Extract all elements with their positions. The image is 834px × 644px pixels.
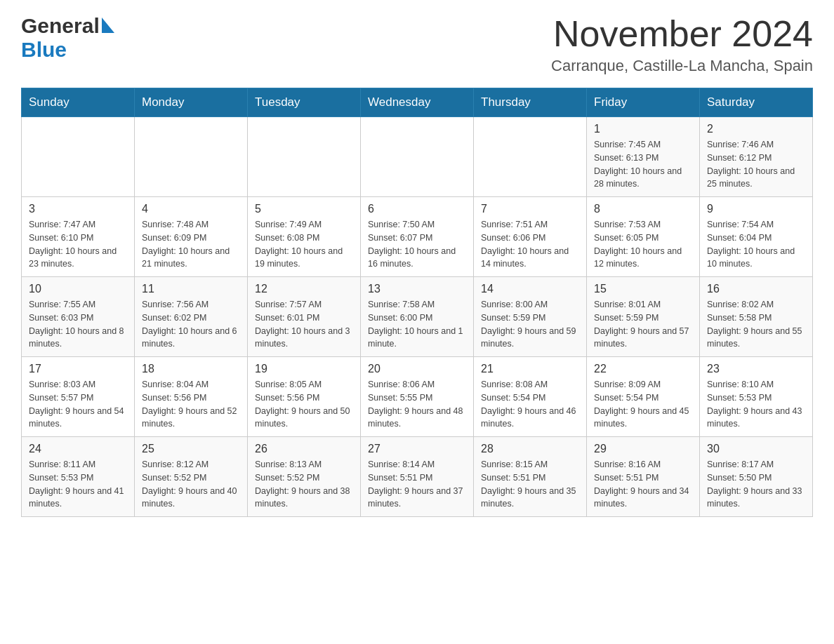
calendar-cell: 26Sunrise: 8:13 AMSunset: 5:52 PMDayligh… — [248, 437, 361, 517]
col-sunday: Sunday — [22, 88, 135, 117]
calendar-cell: 20Sunrise: 8:06 AMSunset: 5:55 PMDayligh… — [361, 357, 474, 437]
calendar-cell: 1Sunrise: 7:45 AMSunset: 6:13 PMDaylight… — [587, 117, 700, 197]
day-number: 17 — [29, 363, 127, 375]
day-number: 25 — [142, 443, 240, 455]
day-info: Sunrise: 8:16 AMSunset: 5:51 PMDaylight:… — [594, 458, 692, 511]
day-info: Sunrise: 7:57 AMSunset: 6:01 PMDaylight:… — [255, 298, 353, 351]
day-info: Sunrise: 8:14 AMSunset: 5:51 PMDaylight:… — [368, 458, 466, 511]
calendar-cell: 4Sunrise: 7:48 AMSunset: 6:09 PMDaylight… — [135, 197, 248, 277]
calendar-cell: 10Sunrise: 7:55 AMSunset: 6:03 PMDayligh… — [22, 277, 135, 357]
day-number: 10 — [29, 283, 127, 295]
day-number: 3 — [29, 203, 127, 215]
day-number: 15 — [594, 283, 692, 295]
day-number: 12 — [255, 283, 353, 295]
day-info: Sunrise: 7:46 AMSunset: 6:12 PMDaylight:… — [707, 138, 805, 191]
calendar-cell: 25Sunrise: 8:12 AMSunset: 5:52 PMDayligh… — [135, 437, 248, 517]
calendar-cell: 27Sunrise: 8:14 AMSunset: 5:51 PMDayligh… — [361, 437, 474, 517]
day-number: 19 — [255, 363, 353, 375]
day-number: 2 — [707, 123, 805, 135]
day-number: 18 — [142, 363, 240, 375]
day-info: Sunrise: 8:08 AMSunset: 5:54 PMDaylight:… — [481, 378, 579, 431]
day-info: Sunrise: 7:49 AMSunset: 6:08 PMDaylight:… — [255, 218, 353, 271]
day-info: Sunrise: 7:51 AMSunset: 6:06 PMDaylight:… — [481, 218, 579, 271]
day-number: 4 — [142, 203, 240, 215]
day-number: 20 — [368, 363, 466, 375]
day-number: 16 — [707, 283, 805, 295]
day-number: 21 — [481, 363, 579, 375]
svg-marker-0 — [102, 18, 114, 33]
calendar-cell: 19Sunrise: 8:05 AMSunset: 5:56 PMDayligh… — [248, 357, 361, 437]
page-title: November 2024 — [551, 14, 813, 54]
calendar-cell: 21Sunrise: 8:08 AMSunset: 5:54 PMDayligh… — [474, 357, 587, 437]
day-info: Sunrise: 8:17 AMSunset: 5:50 PMDaylight:… — [707, 458, 805, 511]
calendar-cell: 6Sunrise: 7:50 AMSunset: 6:07 PMDaylight… — [361, 197, 474, 277]
day-info: Sunrise: 8:12 AMSunset: 5:52 PMDaylight:… — [142, 458, 240, 511]
calendar-cell — [22, 117, 135, 197]
calendar-cell: 16Sunrise: 8:02 AMSunset: 5:58 PMDayligh… — [700, 277, 813, 357]
calendar-cell: 5Sunrise: 7:49 AMSunset: 6:08 PMDaylight… — [248, 197, 361, 277]
col-wednesday: Wednesday — [361, 88, 474, 117]
day-number: 26 — [255, 443, 353, 455]
day-number: 1 — [594, 123, 692, 135]
day-info: Sunrise: 8:13 AMSunset: 5:52 PMDaylight:… — [255, 458, 353, 511]
col-thursday: Thursday — [474, 88, 587, 117]
calendar-cell: 13Sunrise: 7:58 AMSunset: 6:00 PMDayligh… — [361, 277, 474, 357]
calendar-cell: 22Sunrise: 8:09 AMSunset: 5:54 PMDayligh… — [587, 357, 700, 437]
calendar-cell — [135, 117, 248, 197]
day-number: 6 — [368, 203, 466, 215]
page-subtitle: Carranque, Castille-La Mancha, Spain — [551, 57, 813, 75]
day-info: Sunrise: 8:04 AMSunset: 5:56 PMDaylight:… — [142, 378, 240, 431]
day-number: 5 — [255, 203, 353, 215]
calendar-week-row: 10Sunrise: 7:55 AMSunset: 6:03 PMDayligh… — [22, 277, 813, 357]
day-info: Sunrise: 7:53 AMSunset: 6:05 PMDaylight:… — [594, 218, 692, 271]
day-info: Sunrise: 8:09 AMSunset: 5:54 PMDaylight:… — [594, 378, 692, 431]
day-number: 9 — [707, 203, 805, 215]
col-saturday: Saturday — [700, 88, 813, 117]
day-info: Sunrise: 8:02 AMSunset: 5:58 PMDaylight:… — [707, 298, 805, 351]
day-number: 13 — [368, 283, 466, 295]
day-number: 30 — [707, 443, 805, 455]
calendar-week-row: 1Sunrise: 7:45 AMSunset: 6:13 PMDaylight… — [22, 117, 813, 197]
calendar-table: Sunday Monday Tuesday Wednesday Thursday… — [21, 88, 813, 517]
day-number: 29 — [594, 443, 692, 455]
calendar-cell: 24Sunrise: 8:11 AMSunset: 5:53 PMDayligh… — [22, 437, 135, 517]
calendar-cell: 8Sunrise: 7:53 AMSunset: 6:05 PMDaylight… — [587, 197, 700, 277]
day-info: Sunrise: 7:45 AMSunset: 6:13 PMDaylight:… — [594, 138, 692, 191]
day-info: Sunrise: 8:11 AMSunset: 5:53 PMDaylight:… — [29, 458, 127, 511]
calendar-cell: 28Sunrise: 8:15 AMSunset: 5:51 PMDayligh… — [474, 437, 587, 517]
day-info: Sunrise: 7:55 AMSunset: 6:03 PMDaylight:… — [29, 298, 127, 351]
calendar-cell: 30Sunrise: 8:17 AMSunset: 5:50 PMDayligh… — [700, 437, 813, 517]
calendar-cell — [474, 117, 587, 197]
calendar-cell: 2Sunrise: 7:46 AMSunset: 6:12 PMDaylight… — [700, 117, 813, 197]
calendar-week-row: 17Sunrise: 8:03 AMSunset: 5:57 PMDayligh… — [22, 357, 813, 437]
day-info: Sunrise: 8:05 AMSunset: 5:56 PMDaylight:… — [255, 378, 353, 431]
day-info: Sunrise: 8:15 AMSunset: 5:51 PMDaylight:… — [481, 458, 579, 511]
day-info: Sunrise: 7:50 AMSunset: 6:07 PMDaylight:… — [368, 218, 466, 271]
calendar-cell: 11Sunrise: 7:56 AMSunset: 6:02 PMDayligh… — [135, 277, 248, 357]
calendar-cell: 7Sunrise: 7:51 AMSunset: 6:06 PMDaylight… — [474, 197, 587, 277]
day-number: 11 — [142, 283, 240, 295]
calendar-cell: 15Sunrise: 8:01 AMSunset: 5:59 PMDayligh… — [587, 277, 700, 357]
day-info: Sunrise: 7:48 AMSunset: 6:09 PMDaylight:… — [142, 218, 240, 271]
calendar-cell: 14Sunrise: 8:00 AMSunset: 5:59 PMDayligh… — [474, 277, 587, 357]
day-number: 8 — [594, 203, 692, 215]
day-number: 27 — [368, 443, 466, 455]
calendar-cell: 29Sunrise: 8:16 AMSunset: 5:51 PMDayligh… — [587, 437, 700, 517]
day-info: Sunrise: 7:47 AMSunset: 6:10 PMDaylight:… — [29, 218, 127, 271]
calendar-cell: 23Sunrise: 8:10 AMSunset: 5:53 PMDayligh… — [700, 357, 813, 437]
logo: General Blue — [21, 14, 114, 62]
day-info: Sunrise: 8:03 AMSunset: 5:57 PMDaylight:… — [29, 378, 127, 431]
calendar-week-row: 3Sunrise: 7:47 AMSunset: 6:10 PMDaylight… — [22, 197, 813, 277]
day-info: Sunrise: 8:01 AMSunset: 5:59 PMDaylight:… — [594, 298, 692, 351]
day-info: Sunrise: 8:00 AMSunset: 5:59 PMDaylight:… — [481, 298, 579, 351]
day-number: 14 — [481, 283, 579, 295]
calendar-cell — [361, 117, 474, 197]
day-info: Sunrise: 8:06 AMSunset: 5:55 PMDaylight:… — [368, 378, 466, 431]
calendar-week-row: 24Sunrise: 8:11 AMSunset: 5:53 PMDayligh… — [22, 437, 813, 517]
col-friday: Friday — [587, 88, 700, 117]
day-info: Sunrise: 8:10 AMSunset: 5:53 PMDaylight:… — [707, 378, 805, 431]
calendar-cell: 12Sunrise: 7:57 AMSunset: 6:01 PMDayligh… — [248, 277, 361, 357]
day-number: 23 — [707, 363, 805, 375]
day-number: 24 — [29, 443, 127, 455]
title-block: November 2024 Carranque, Castille-La Man… — [551, 14, 813, 75]
